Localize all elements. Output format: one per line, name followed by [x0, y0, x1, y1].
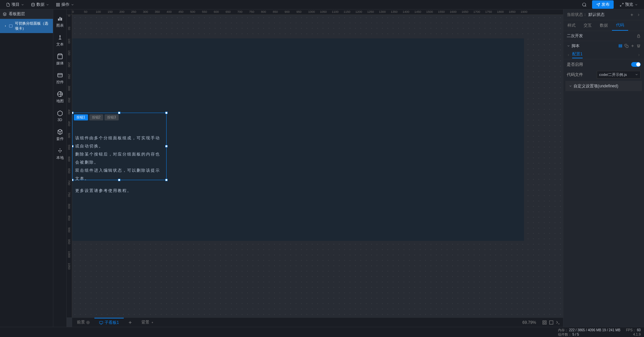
fit-screen-icon[interactable] [542, 320, 547, 325]
chevron-down-icon [635, 73, 638, 76]
top-menu-bar: 项目 数据 操作 发布 [0, 0, 644, 9]
chevron-down-icon [21, 3, 24, 6]
ruler-horizontal: 0501001502002503003504004505005506006507… [72, 9, 563, 15]
tool-local[interactable]: 本地 [53, 144, 66, 163]
resize-handle-br[interactable] [165, 179, 168, 181]
monitor-icon [99, 321, 103, 325]
lock-icon[interactable] [637, 34, 641, 38]
layers-icon [3, 12, 7, 16]
svg-rect-27 [543, 320, 547, 324]
svg-rect-17 [58, 73, 62, 77]
tool-map[interactable]: 地图 [53, 88, 66, 107]
chevron-down-icon [71, 3, 74, 6]
board-tab-background[interactable]: 背景 [137, 318, 159, 327]
svg-line-6 [585, 5, 586, 6]
properties-panel: 当前状态： 默认状态 样式 交互 数据 代码 二次开发 [563, 9, 644, 327]
state-row: 当前状态： 默认状态 [563, 9, 644, 20]
svg-rect-37 [626, 46, 628, 48]
chevron-down-icon [635, 3, 638, 6]
canvas-viewport[interactable]: 按钮1 按钮2 按钮3 该组件由多个分组面板组成，可实现手动或自动切换。 删除某… [72, 15, 563, 317]
board-tab-sub1[interactable]: 子看板1 [94, 318, 124, 327]
svg-point-5 [583, 3, 586, 6]
enable-toggle[interactable] [631, 62, 641, 67]
delete-icon[interactable] [637, 44, 641, 48]
code-file-select[interactable]: code/二开示例.js [597, 71, 641, 79]
prop-tab-code[interactable]: 代码 [612, 20, 628, 31]
layer-item-tab-panel[interactable]: 可切换分组面板（选项卡） [0, 19, 53, 33]
svg-rect-1 [57, 3, 58, 4]
control-icon [57, 72, 63, 78]
map-icon [57, 91, 63, 97]
menu-operations[interactable]: 操作 [53, 0, 78, 9]
svg-point-26 [152, 322, 153, 323]
grid-icon [56, 3, 60, 7]
svg-rect-22 [99, 321, 103, 324]
expand-icon [620, 3, 624, 7]
tool-media[interactable]: 媒体 [53, 50, 66, 69]
svg-rect-33 [638, 36, 640, 37]
file-icon [6, 3, 10, 7]
svg-rect-36 [619, 47, 622, 47]
tab-button-3[interactable]: 按钮3 [105, 114, 119, 120]
tool-suite[interactable]: 套件 [53, 125, 66, 144]
enable-toggle-row: 是否启用 [563, 59, 644, 69]
puzzle-icon [57, 148, 63, 154]
board-tab-foreground[interactable]: 前景 [72, 318, 94, 327]
search-button[interactable] [579, 1, 589, 8]
code-file-row: 代码文件 code/二开示例.js [563, 69, 644, 80]
actual-size-icon[interactable] [549, 320, 554, 325]
svg-point-0 [32, 3, 35, 4]
menu-project[interactable]: 项目 [3, 0, 28, 9]
chevron-right-icon[interactable] [637, 13, 641, 17]
prop-tab-interact[interactable]: 交互 [580, 20, 596, 31]
prop-tab-data[interactable]: 数据 [596, 20, 612, 31]
custom-settings-section[interactable]: 自定义设置项(undefined) [565, 81, 642, 91]
tab-button-1[interactable]: 按钮1 [74, 114, 88, 120]
version: 4.1.9 [633, 332, 641, 337]
publish-button[interactable]: 发布 [592, 0, 614, 9]
script-section-header[interactable]: 脚本 [563, 41, 644, 51]
resize-handle-tl[interactable] [72, 112, 74, 114]
resize-handle-mr[interactable] [165, 145, 168, 147]
svg-rect-29 [550, 320, 553, 324]
list-view-icon[interactable] [618, 44, 622, 48]
component-toolbar: 图表 文本 媒体 控件 地图 [53, 9, 67, 327]
status-bar: 内存： 222 / 3865 / 4096 MB 19 / 241 MB FPS… [0, 327, 644, 337]
board-tabs-bar: 前景 子看板1 背景 69.79% [72, 317, 563, 327]
resize-handle-bm[interactable] [118, 179, 120, 181]
chevron-left-icon[interactable] [567, 53, 570, 57]
resize-handle-tr[interactable] [165, 112, 168, 114]
grid-toggle-icon[interactable] [556, 320, 560, 325]
tool-text[interactable]: 文本 [53, 31, 66, 50]
add-icon[interactable] [631, 44, 635, 48]
menu-data[interactable]: 数据 [28, 0, 53, 9]
resize-handle-tm[interactable] [118, 112, 120, 114]
tool-control[interactable]: 控件 [53, 69, 66, 88]
property-tabs: 样式 交互 数据 代码 [563, 20, 644, 31]
package-icon [57, 129, 63, 135]
tool-3d[interactable]: 3D [53, 107, 66, 125]
media-icon [57, 53, 63, 59]
selected-component[interactable]: 按钮1 按钮2 按钮3 该组件由多个分组面板组成，可实现手动或自动切换。 删除某… [72, 113, 167, 180]
config-selector[interactable]: 配置1 [563, 51, 644, 59]
svg-line-10 [620, 5, 622, 6]
board-tab-add[interactable] [124, 320, 137, 325]
copy-icon[interactable] [624, 44, 628, 48]
cube-icon [57, 110, 63, 116]
svg-rect-2 [58, 3, 60, 4]
chevron-right-icon[interactable] [637, 53, 641, 57]
svg-line-9 [622, 3, 623, 4]
add-state-icon[interactable] [630, 13, 634, 17]
svg-rect-14 [59, 17, 60, 21]
tab-button-2[interactable]: 按钮2 [89, 114, 104, 120]
preview-button[interactable]: 预览 [616, 0, 641, 9]
svg-point-21 [88, 322, 89, 323]
tool-chart[interactable]: 图表 [53, 12, 66, 31]
resize-handle-ml[interactable] [72, 145, 74, 147]
chevron-right-icon [4, 25, 7, 27]
resize-handle-bl[interactable] [72, 179, 74, 181]
send-icon [596, 3, 600, 7]
layers-panel: 看板图层 可切换分组面板（选项卡） [0, 9, 53, 327]
svg-rect-34 [619, 45, 622, 45]
prop-tab-style[interactable]: 样式 [563, 20, 580, 31]
